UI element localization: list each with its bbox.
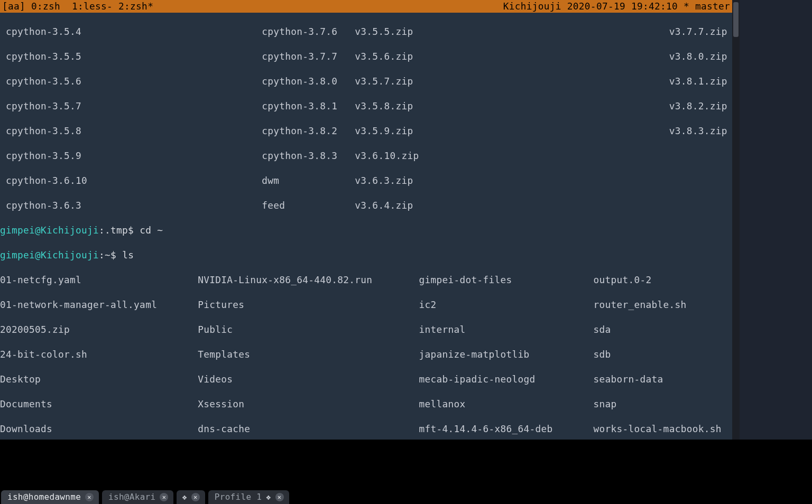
ls-item: cpython-3.5.8 — [6, 125, 81, 136]
ls-item: works-local-macbook.sh — [594, 423, 722, 434]
status-left: [aa] 0:zsh 1:less- 2:zsh* — [2, 0, 503, 13]
ls-item: internal — [419, 324, 465, 335]
prompt-cmd: cd ~ — [140, 225, 163, 236]
ls-item: cpython-3.8.1 — [262, 100, 337, 111]
ls-item: cpython-3.5.9 — [6, 150, 81, 161]
app-tab[interactable]: Profile 1 ❖ ✕ — [208, 490, 289, 504]
tab-label: Profile 1 — [215, 491, 262, 503]
ls-item: cpython-3.5.4 — [6, 26, 81, 37]
ls-item: mecab-ipadic-neologd — [419, 374, 535, 385]
ls-item: sdb — [594, 349, 611, 360]
tab-label: ish@homedawnme — [7, 491, 81, 503]
app-tab[interactable]: ish@homedawnme ✕ — [1, 490, 99, 504]
ls-item: 01-network-manager-all.yaml — [0, 299, 157, 310]
ls-item: 24-bit-color.sh — [0, 349, 87, 360]
ls-item: v3.8.3.zip — [669, 125, 727, 136]
ls-item: dns-cache — [198, 423, 250, 434]
tab-label: ish@Akari — [108, 491, 155, 503]
prompt-path: :~$ — [99, 249, 122, 260]
terminal-icon: ❖ — [182, 493, 187, 501]
ls-item: output.0-2 — [594, 274, 652, 285]
ls-item: seaborn-data — [594, 374, 663, 385]
ls-item: v3.6.10.zip — [355, 150, 419, 161]
ls-item: cpython-3.6.10 — [6, 175, 87, 186]
ls-item: gimpei-dot-files — [419, 274, 512, 285]
prompt-cmd: ls — [122, 249, 134, 260]
ls-item: Documents — [0, 398, 52, 409]
prompt-user: gimpei@Kichijouji — [0, 225, 99, 236]
ls-item: 01-netcfg.yaml — [0, 274, 81, 285]
ls-item: v3.8.2.zip — [669, 100, 727, 111]
ls-item: sda — [594, 324, 611, 335]
ls-item: Xsession — [198, 398, 244, 409]
ls-item: 20200505.zip — [0, 324, 70, 335]
app-tab-bar: ish@homedawnme ✕ ish@Akari ✕ ❖ ✕ Profile… — [0, 488, 812, 504]
ls-item: snap — [594, 398, 617, 409]
ls-item: v3.5.9.zip — [355, 125, 413, 136]
ls-item: mft-4.14.4-6-x86_64-deb — [419, 423, 552, 434]
close-icon[interactable]: ✕ — [275, 493, 284, 501]
prompt-path: :.tmp$ — [99, 225, 140, 236]
tmux-status-bar: [aa] 0:zsh 1:less- 2:zsh* Kichijouji 202… — [0, 0, 732, 13]
ls-item: v3.8.1.zip — [669, 76, 727, 87]
ls-item: v3.8.0.zip — [669, 51, 727, 62]
ls-item: cpython-3.6.3 — [6, 200, 81, 211]
ls-item: cpython-3.8.2 — [262, 125, 337, 136]
ls-item: cpython-3.8.3 — [262, 150, 337, 161]
scrollbar-thumb[interactable] — [733, 2, 739, 37]
ls-item: v3.6.4.zip — [355, 200, 413, 211]
app-tab[interactable]: ❖ ✕ — [177, 490, 205, 504]
ls-item: Desktop — [0, 374, 41, 385]
ls-item: cpython-3.5.7 — [6, 100, 81, 111]
ls-item: cpython-3.7.6 — [262, 26, 337, 37]
close-icon[interactable]: ✕ — [85, 493, 94, 501]
ls-item: Pictures — [198, 299, 244, 310]
ls-item: v3.5.5.zip — [355, 26, 413, 37]
status-right: Kichijouji 2020-07-19 19:42:10 * master — [503, 0, 730, 13]
prompt-user: gimpei@Kichijouji — [0, 249, 99, 260]
ls-item: v3.5.6.zip — [355, 51, 413, 62]
close-icon[interactable]: ✕ — [191, 493, 200, 501]
ls-item: cpython-3.5.5 — [6, 51, 81, 62]
ls-item: NVIDIA-Linux-x86_64-440.82.run — [198, 274, 372, 285]
ls-item: japanize-matplotlib — [419, 349, 529, 360]
ls-item: dwm — [262, 175, 279, 186]
close-icon[interactable]: ✕ — [160, 493, 168, 501]
ls-item: router_enable.sh — [594, 299, 687, 310]
ls-item: Public — [198, 324, 233, 335]
ls-item: Templates — [198, 349, 250, 360]
app-tab[interactable]: ish@Akari ✕ — [102, 490, 173, 504]
ls-item: v3.5.8.zip — [355, 100, 413, 111]
ls-item: v3.5.7.zip — [355, 76, 413, 87]
ls-item: v3.6.3.zip — [355, 175, 413, 186]
scrollbar[interactable] — [732, 0, 740, 440]
ls-item: cpython-3.7.7 — [262, 51, 337, 62]
ls-item: cpython-3.8.0 — [262, 76, 337, 87]
ls-item: Videos — [198, 374, 233, 385]
terminal-icon: ❖ — [266, 493, 271, 501]
terminal-window[interactable]: [aa] 0:zsh 1:less- 2:zsh* Kichijouji 202… — [0, 0, 732, 440]
ls-item: ic2 — [419, 299, 436, 310]
ls-item: mellanox — [419, 398, 465, 409]
ls-item: cpython-3.5.6 — [6, 76, 81, 87]
ls-item: Downloads — [0, 423, 52, 434]
ls-item: feed — [262, 200, 285, 211]
ls-item: v3.7.7.zip — [669, 26, 727, 37]
terminal-body[interactable]: cpython-3.5.4 cpython-3.7.6 v3.5.5.zip v… — [0, 13, 732, 504]
